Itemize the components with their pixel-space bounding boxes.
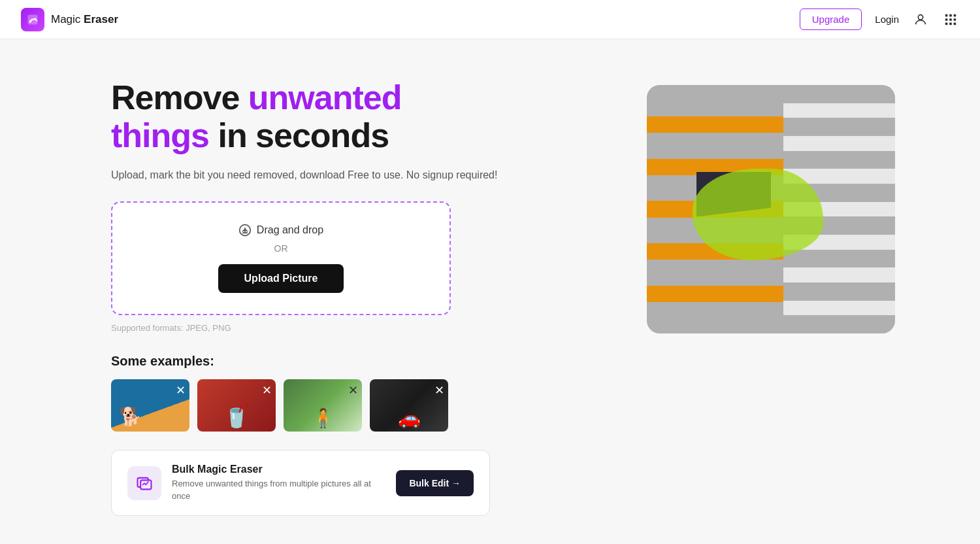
svg-rect-11 <box>954 22 956 25</box>
hero-subtitle: Upload, mark the bit you need removed, d… <box>111 167 595 183</box>
bulk-icon <box>127 466 161 500</box>
svg-rect-7 <box>949 18 952 21</box>
plus-icon-dog: ✕ <box>176 383 186 398</box>
or-separator: OR <box>125 243 436 254</box>
grid-icon[interactable] <box>942 11 959 28</box>
demo-image <box>647 85 895 333</box>
svg-rect-3 <box>945 14 948 16</box>
svg-rect-10 <box>949 22 952 25</box>
bulk-edit-button[interactable]: Bulk Edit → <box>396 470 474 496</box>
logo[interactable]: Magic Eraser <box>21 8 118 31</box>
login-button[interactable]: Login <box>875 14 899 25</box>
orange-stripe-1 <box>647 116 783 133</box>
right-column <box>647 78 895 333</box>
svg-point-1 <box>29 20 31 22</box>
orange-stripe-5 <box>647 286 783 302</box>
svg-point-2 <box>918 14 923 19</box>
drag-drop-label: Drag and drop <box>125 224 436 237</box>
svg-rect-4 <box>949 14 952 16</box>
user-icon[interactable] <box>912 11 929 28</box>
header-actions: Upgrade Login <box>800 8 959 30</box>
bulk-subtitle: Remove unwanted things from multiple pic… <box>172 478 385 502</box>
cw-stripe-2 <box>783 136 895 151</box>
left-column: Remove unwanted things in seconds Upload… <box>111 78 595 516</box>
svg-rect-6 <box>945 18 948 21</box>
logo-text: Magic Eraser <box>51 13 118 26</box>
plus-icon-coke: ✕ <box>262 383 272 398</box>
cw-stripe-7 <box>783 301 895 316</box>
example-person[interactable]: ✕ <box>284 379 362 432</box>
svg-rect-9 <box>945 22 948 25</box>
scene <box>647 85 895 333</box>
upload-dropzone[interactable]: Drag and drop OR Upload Picture <box>111 201 451 315</box>
example-coke[interactable]: ✕ <box>197 379 276 432</box>
formats-label: Supported formats: JPEG, PNG <box>111 323 595 333</box>
cw-stripe-6 <box>783 267 895 282</box>
hero-title: Remove unwanted things in seconds <box>111 78 595 154</box>
upgrade-button[interactable]: Upgrade <box>800 8 862 30</box>
upload-button[interactable]: Upload Picture <box>218 264 344 293</box>
bulk-text: Bulk Magic Eraser Remove unwanted things… <box>172 464 385 502</box>
bulk-title: Bulk Magic Eraser <box>172 464 385 475</box>
svg-rect-8 <box>954 18 956 21</box>
main-content: Remove unwanted things in seconds Upload… <box>33 39 947 542</box>
example-dog[interactable]: ✕ <box>111 379 189 432</box>
eraser-blob <box>693 169 823 260</box>
plus-icon-person: ✕ <box>348 383 358 398</box>
examples-heading: Some examples: <box>111 354 595 369</box>
cw-stripe-1 <box>783 103 895 118</box>
bulk-box: Bulk Magic Eraser Remove unwanted things… <box>111 450 490 515</box>
plus-icon-car: ✕ <box>434 383 444 398</box>
svg-rect-5 <box>954 14 956 16</box>
example-car[interactable]: ✕ <box>370 379 448 432</box>
logo-icon <box>21 8 44 31</box>
examples-row: ✕ ✕ ✕ ✕ <box>111 379 595 432</box>
header: Magic Eraser Upgrade Login <box>0 0 980 39</box>
